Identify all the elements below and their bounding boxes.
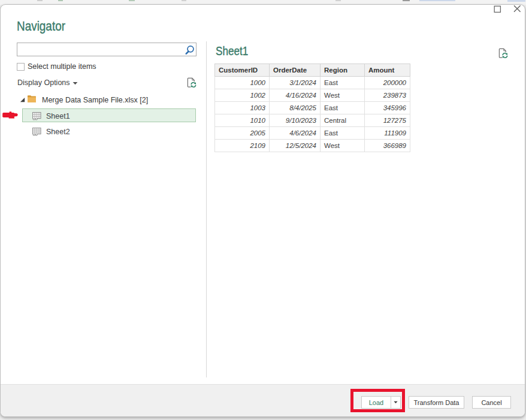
cell-region: West	[321, 89, 365, 102]
table-row: 1010 9/10/2023 Central 127275	[215, 114, 410, 127]
cell-customer-id: 1003	[215, 102, 270, 114]
preview-table-header-row: CustomerID OrderDate Region Amount	[215, 64, 410, 77]
cell-customer-id: 1002	[215, 89, 270, 102]
cell-order-date: 4/6/2024	[270, 127, 321, 140]
cell-order-date: 3/1/2024	[270, 77, 321, 89]
worksheet-icon	[32, 112, 41, 120]
table-row: 1003 8/4/2025 East 345996	[215, 102, 410, 114]
cell-amount: 111909	[365, 127, 410, 140]
cell-amount: 200000	[365, 77, 410, 89]
cell-order-date: 8/4/2025	[270, 102, 321, 114]
tree-item-sheet1-label: Sheet1	[46, 112, 70, 120]
cell-customer-id: 1000	[215, 77, 270, 89]
refresh-preview-icon[interactable]	[187, 77, 198, 89]
table-row: 1000 3/1/2024 East 200000	[215, 77, 410, 89]
tree-item-workbook[interactable]: Merge Data Sample File.xlsx [2]	[42, 96, 148, 104]
cell-region: East	[321, 127, 365, 140]
cell-customer-id: 1010	[215, 114, 270, 127]
preview-table-body: 1000 3/1/2024 East 200000 1002 4/16/2024…	[215, 77, 410, 152]
cell-region: East	[321, 102, 365, 114]
load-annotation-rectangle	[350, 389, 405, 412]
cell-amount: 366989	[365, 140, 410, 152]
display-options-dropdown[interactable]: Display Options	[17, 78, 70, 87]
close-icon	[513, 4, 521, 13]
close-button[interactable]	[513, 4, 521, 13]
table-row: 2109 12/5/2024 West 366989	[215, 140, 410, 152]
dropdown-caret-icon[interactable]	[72, 81, 78, 85]
dialog-title: Navigator	[17, 19, 65, 34]
display-options-label: Display Options	[17, 78, 70, 87]
table-row: 2005 4/6/2024 East 111909	[215, 127, 410, 140]
cell-region: West	[321, 140, 365, 152]
column-header: OrderDate	[270, 64, 321, 77]
table-row: 1002 4/16/2024 West 239873	[215, 89, 410, 102]
maximize-icon	[494, 5, 501, 13]
cell-customer-id: 2005	[215, 127, 270, 140]
preview-table: CustomerID OrderDate Region Amount 1000 …	[214, 64, 410, 152]
tree-item-sheet2-label[interactable]: Sheet2	[46, 128, 70, 136]
select-multiple-label: Select multiple items	[28, 62, 96, 71]
cell-region: Central	[321, 114, 365, 127]
column-header: Amount	[365, 64, 410, 77]
maximize-button[interactable]	[494, 5, 501, 13]
search-box[interactable]	[17, 43, 197, 56]
cell-amount: 127275	[365, 114, 410, 127]
cell-order-date: 12/5/2024	[270, 140, 321, 152]
transform-data-button[interactable]: Transform Data	[409, 396, 464, 409]
worksheet-icon	[32, 128, 41, 136]
cancel-button[interactable]: Cancel	[472, 396, 511, 409]
cell-order-date: 4/16/2024	[270, 89, 321, 102]
cell-region: East	[321, 77, 365, 89]
red-arrow-annotation	[2, 110, 22, 120]
navigator-dialog: Navigator Select multiple items Display …	[0, 0, 526, 420]
search-icon	[185, 45, 195, 56]
search-input[interactable]	[19, 44, 182, 55]
select-multiple-checkbox[interactable]	[17, 63, 25, 71]
footer-bar: Load Transform Data Cancel	[1, 384, 525, 416]
cell-customer-id: 2109	[215, 140, 270, 152]
tree-expander-icon[interactable]	[20, 97, 25, 102]
panel-divider	[206, 41, 207, 377]
cell-amount: 345996	[365, 102, 410, 114]
column-header: Region	[321, 64, 365, 77]
preview-title: Sheet1	[216, 44, 248, 58]
folder-icon	[27, 95, 37, 103]
cell-order-date: 9/10/2023	[270, 114, 321, 127]
refresh-preview-icon[interactable]	[498, 48, 509, 59]
cell-amount: 239873	[365, 89, 410, 102]
column-header: CustomerID	[215, 64, 270, 77]
